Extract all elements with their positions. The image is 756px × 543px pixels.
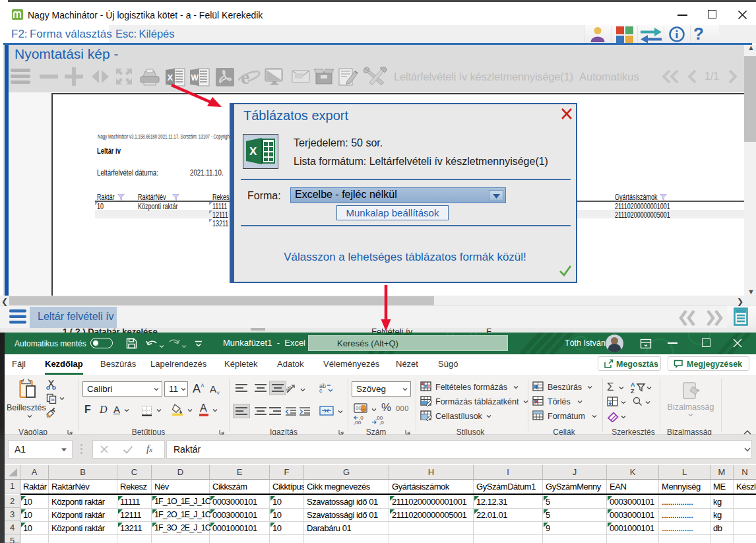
svg-text:X: X (249, 145, 257, 158)
svg-text:,0: ,0 (379, 420, 384, 425)
svg-text:X: X (168, 73, 173, 82)
svg-text:Z: Z (631, 388, 635, 394)
svg-text:,00: ,00 (354, 420, 362, 425)
svg-text:c: c (319, 387, 323, 393)
svg-text:W: W (191, 73, 199, 82)
svg-text:A: A (631, 381, 635, 388)
